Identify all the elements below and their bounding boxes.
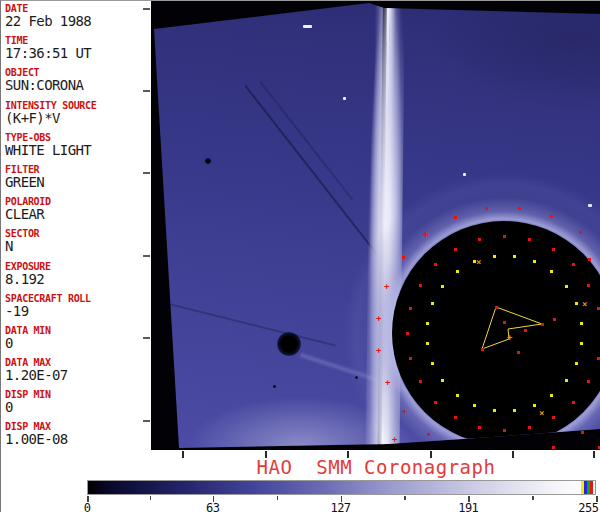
fiducial-plus: +	[423, 230, 428, 238]
field-value: SUN:CORONA	[5, 78, 149, 93]
fiducial-plus: +	[392, 435, 397, 443]
field-value: 1.00E-08	[5, 432, 149, 447]
fiducial-dot	[503, 321, 506, 324]
fiducial-dot	[552, 416, 555, 419]
colorbar-tick-label: 191	[458, 501, 478, 512]
field-value: 8.192	[5, 272, 149, 287]
fiducial-dot	[441, 285, 444, 288]
field-value: 0	[5, 336, 149, 351]
fiducial-dot	[441, 379, 444, 382]
colorbar-minor-tick	[532, 496, 534, 500]
fiducial-dot	[454, 216, 457, 219]
fiducial-dot	[478, 238, 481, 241]
axis-tick	[143, 172, 150, 174]
fiducial-dot	[552, 248, 555, 251]
fiducial-dot	[419, 284, 422, 287]
fiducial-dot	[587, 284, 590, 287]
metadata-field: SPACECRAFT ROLL-19	[5, 293, 149, 325]
metadata-field: DISP MAX1.00E-08	[5, 421, 149, 453]
metadata-field: SECTORN	[5, 228, 149, 260]
fiducial-dot	[517, 351, 520, 354]
axis-tick	[143, 337, 150, 339]
fiducial-dot	[528, 238, 531, 241]
fiducial-dot	[518, 207, 521, 210]
fiducial-dot	[572, 401, 575, 404]
metadata-field: DATA MIN0	[5, 325, 149, 357]
field-value: 17:36:51 UT	[5, 46, 149, 61]
field-label: EXPOSURE	[5, 261, 149, 272]
metadata-sidebar: DATE22 Feb 1988TIME17:36:51 UTOBJECTSUN:…	[5, 3, 149, 454]
fiducial-dot	[587, 380, 590, 383]
fiducial-dot	[503, 235, 506, 238]
field-value: 22 Feb 1988	[5, 14, 149, 29]
field-value: 1.20E-07	[5, 368, 149, 383]
fiducial-dot	[456, 394, 459, 397]
fiducial-dot	[402, 256, 405, 259]
fiducial-plus: +	[376, 314, 381, 322]
fiducial-dot	[533, 404, 536, 407]
fiducial-dot	[541, 323, 544, 326]
metadata-field: DISP MIN0	[5, 389, 149, 421]
field-label: SECTOR	[5, 228, 149, 239]
fiducial-dot	[456, 270, 459, 273]
fiducial-plus: +	[402, 407, 407, 415]
intensity-colorbar	[87, 480, 596, 495]
axis-tick	[143, 420, 150, 422]
fiducial-dot	[434, 401, 437, 404]
axis-tick	[143, 8, 150, 10]
metadata-field: FILTERGREEN	[5, 164, 149, 196]
fiducial-dot	[580, 342, 583, 345]
field-value: (K+F)*V	[5, 111, 149, 126]
metadata-field: TYPE-OBSWHITE LIGHT	[5, 132, 149, 164]
axis-tick	[143, 90, 150, 92]
fiducial-dot	[426, 322, 429, 325]
colorbar-tick-label: 127	[330, 501, 350, 512]
fiducial-dot	[454, 248, 457, 251]
fiducial-x: ×	[539, 409, 544, 417]
fiducial-dot	[419, 380, 422, 383]
metadata-field: POLAROIDCLEAR	[5, 196, 149, 228]
fiducial-dot	[485, 207, 488, 210]
colorbar-tick-label: 0	[84, 501, 91, 512]
fiducial-dot	[550, 270, 553, 273]
fiducial-dot	[426, 342, 429, 345]
fiducial-dot	[524, 329, 527, 332]
metadata-field: TIME17:36:51 UT	[5, 35, 149, 67]
field-value: WHITE LIGHT	[5, 143, 149, 158]
field-label: DISP MIN	[5, 389, 149, 400]
fiducial-x: ×	[476, 258, 481, 266]
fiducial-dot	[533, 260, 536, 263]
fiducial-dot	[481, 348, 484, 351]
fiducial-overlay: +++++++×××+	[151, 1, 600, 450]
fiducial-dot	[409, 307, 412, 310]
metadata-field: DATE22 Feb 1988	[5, 3, 149, 35]
fiducial-dot	[473, 404, 476, 407]
fiducial-dot	[409, 357, 412, 360]
fiducial-dot	[431, 362, 434, 365]
fiducial-dot	[565, 285, 568, 288]
fiducial-dot	[550, 215, 553, 218]
field-value: CLEAR	[5, 207, 149, 222]
field-value: N	[5, 239, 149, 254]
fiducial-x: ×	[582, 300, 587, 308]
coronagraph-image-panel: +++++++×××+	[151, 1, 600, 450]
fiducial-dot	[513, 409, 516, 412]
field-value: -19	[5, 304, 149, 319]
fiducial-dot	[528, 426, 531, 429]
fiducial-dot	[495, 306, 498, 309]
fiducial-dot	[493, 409, 496, 412]
field-label: DATA MIN	[5, 325, 149, 336]
field-value: GREEN	[5, 175, 149, 190]
fiducial-dot	[503, 429, 506, 432]
fiducial-dot	[454, 416, 457, 419]
fiducial-dot	[575, 302, 578, 305]
feature-polygon	[151, 1, 600, 450]
fiducial-plus: +	[376, 346, 381, 354]
field-label: INTENSITY SOURCE	[5, 100, 149, 111]
fiducial-plus: +	[507, 333, 512, 341]
metadata-field: DATA MAX1.20E-07	[5, 357, 149, 389]
colorbar-tick-label: 255	[578, 501, 598, 512]
metadata-field: OBJECTSUN:CORONA	[5, 67, 149, 99]
axis-tick	[143, 255, 150, 257]
fiducial-dot	[580, 322, 583, 325]
